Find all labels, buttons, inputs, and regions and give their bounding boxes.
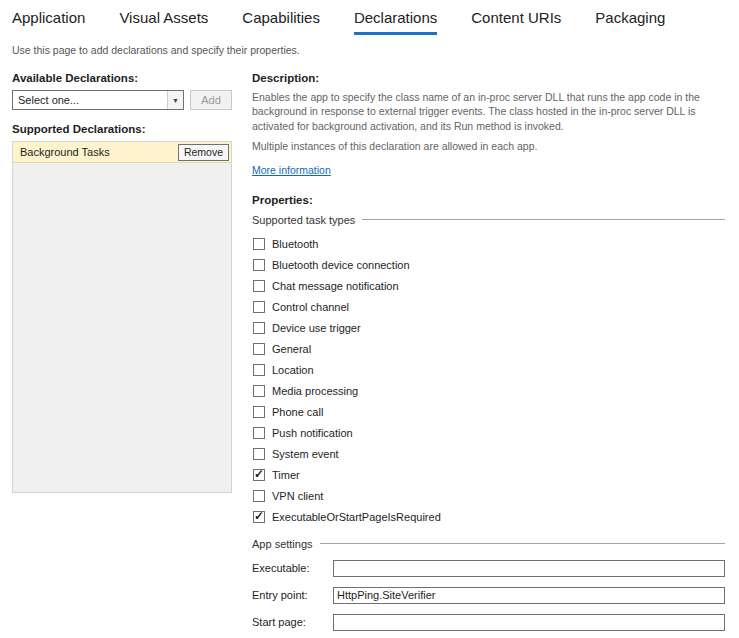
executable-row: Executable: xyxy=(252,560,725,577)
checkbox-vpn-client[interactable] xyxy=(253,490,265,502)
page-subtitle: Use this page to add declarations and sp… xyxy=(12,44,739,56)
list-item-label: Background Tasks xyxy=(20,146,110,158)
checkbox-bluetooth-device-connection[interactable] xyxy=(253,259,265,271)
available-declarations-dropdown[interactable]: Select one... ▼ xyxy=(12,90,184,110)
properties-title: Properties: xyxy=(252,194,725,206)
group-divider xyxy=(320,543,725,544)
task-row-general: General xyxy=(253,339,725,360)
task-row-push-notification: Push notification xyxy=(253,423,725,444)
declarations-left-panel: Available Declarations: Select one... ▼ … xyxy=(12,72,232,638)
available-declarations-label: Available Declarations: xyxy=(12,72,232,84)
task-row-vpn-client: VPN client xyxy=(253,486,725,507)
declarations-content: Available Declarations: Select one... ▼ … xyxy=(0,56,739,638)
checkbox-label: Phone call xyxy=(272,406,323,418)
task-row-control-channel: Control channel xyxy=(253,297,725,318)
tab-capabilities[interactable]: Capabilities xyxy=(242,9,320,35)
tab-bar: Application Visual Assets Capabilities D… xyxy=(0,0,739,35)
task-row-bluetooth-device-connection: Bluetooth device connection xyxy=(253,255,725,276)
task-row-device-use-trigger: Device use trigger xyxy=(253,318,725,339)
executable-label: Executable: xyxy=(252,562,333,574)
task-row-location: Location xyxy=(253,360,725,381)
tab-packaging[interactable]: Packaging xyxy=(595,9,665,35)
supported-declarations-list[interactable]: Background Tasks Remove xyxy=(12,141,232,493)
app-settings-fields: Executable: Entry point: Start page: Res… xyxy=(252,560,725,638)
description-title: Description: xyxy=(252,72,725,84)
task-row-executable-or-start-page-is-required: ExecutableOrStartPageIsRequired xyxy=(253,507,725,528)
start-page-row: Start page: xyxy=(252,614,725,631)
add-button[interactable]: Add xyxy=(190,90,232,110)
checkbox-label: Control channel xyxy=(272,301,349,313)
task-row-bluetooth: Bluetooth xyxy=(253,234,725,255)
more-information-link[interactable]: More information xyxy=(252,164,331,176)
entry-point-row: Entry point: xyxy=(252,587,725,604)
start-page-label: Start page: xyxy=(252,616,333,628)
task-type-checkbox-list: Bluetooth Bluetooth device connection Ch… xyxy=(252,234,725,528)
checkbox-phone-call[interactable] xyxy=(253,406,265,418)
checkbox-location[interactable] xyxy=(253,364,265,376)
tab-declarations[interactable]: Declarations xyxy=(354,9,437,35)
checkbox-label: Bluetooth device connection xyxy=(272,259,410,271)
entry-point-label: Entry point: xyxy=(252,589,333,601)
remove-button[interactable]: Remove xyxy=(178,144,229,161)
task-row-system-event: System event xyxy=(253,444,725,465)
checkbox-chat-message-notification[interactable] xyxy=(253,280,265,292)
chevron-down-icon[interactable]: ▼ xyxy=(167,91,183,109)
checkbox-general[interactable] xyxy=(253,343,265,355)
task-row-chat-message-notification: Chat message notification xyxy=(253,276,725,297)
checkbox-label: VPN client xyxy=(272,490,323,502)
start-page-input[interactable] xyxy=(333,614,725,631)
description-paragraph: Enables the app to specify the class nam… xyxy=(252,90,725,133)
entry-point-input[interactable] xyxy=(333,587,725,604)
tab-content-uris[interactable]: Content URIs xyxy=(471,9,561,35)
tab-visual-assets[interactable]: Visual Assets xyxy=(119,9,208,35)
checkbox-label: ExecutableOrStartPageIsRequired xyxy=(272,511,441,523)
supported-task-types-group: Supported task types xyxy=(252,214,725,226)
task-row-timer: Timer xyxy=(253,465,725,486)
checkbox-label: Timer xyxy=(272,469,300,481)
declaration-details-panel: Description: Enables the app to specify … xyxy=(252,72,725,638)
checkbox-label: Push notification xyxy=(272,427,353,439)
checkbox-media-processing[interactable] xyxy=(253,385,265,397)
description-note: Multiple instances of this declaration a… xyxy=(252,139,725,153)
checkbox-system-event[interactable] xyxy=(253,448,265,460)
checkbox-label: System event xyxy=(272,448,339,460)
checkbox-executable-or-start-page-is-required[interactable] xyxy=(253,511,265,523)
checkbox-device-use-trigger[interactable] xyxy=(253,322,265,334)
checkbox-label: Device use trigger xyxy=(272,322,361,334)
task-row-phone-call: Phone call xyxy=(253,402,725,423)
app-settings-group: App settings xyxy=(252,538,725,550)
supported-declarations-label: Supported Declarations: xyxy=(12,123,232,135)
dropdown-selected-value: Select one... xyxy=(18,94,79,106)
checkbox-timer[interactable] xyxy=(253,469,265,481)
tab-application[interactable]: Application xyxy=(12,9,85,35)
app-settings-label: App settings xyxy=(252,538,313,550)
list-item-background-tasks[interactable]: Background Tasks Remove xyxy=(13,142,231,163)
checkbox-label: General xyxy=(272,343,311,355)
checkbox-bluetooth[interactable] xyxy=(253,238,265,250)
checkbox-label: Chat message notification xyxy=(272,280,399,292)
checkbox-push-notification[interactable] xyxy=(253,427,265,439)
supported-task-types-label: Supported task types xyxy=(252,214,355,226)
checkbox-label: Location xyxy=(272,364,314,376)
checkbox-label: Bluetooth xyxy=(272,238,318,250)
group-divider xyxy=(362,219,725,220)
task-row-media-processing: Media processing xyxy=(253,381,725,402)
checkbox-label: Media processing xyxy=(272,385,358,397)
checkbox-control-channel[interactable] xyxy=(253,301,265,313)
executable-input[interactable] xyxy=(333,560,725,577)
